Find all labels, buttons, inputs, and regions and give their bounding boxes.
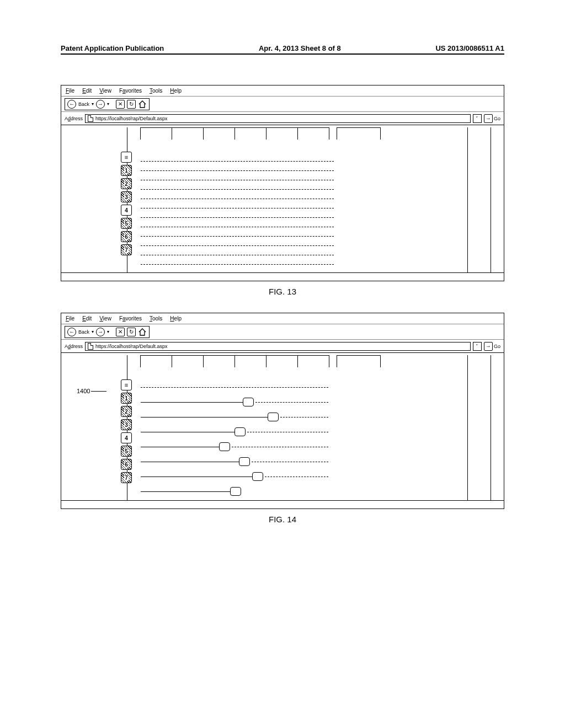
nav-tab-doc[interactable] — [121, 152, 132, 163]
go-label: Go — [494, 116, 500, 121]
address-field[interactable]: https://localhost/rap/Default.aspx — [85, 342, 471, 351]
content-line — [141, 175, 334, 180]
callout-leader — [91, 391, 106, 392]
top-tab[interactable] — [172, 127, 204, 140]
data-node — [234, 427, 246, 436]
scrollbar-panel[interactable] — [491, 127, 504, 272]
stop-icon[interactable]: ✕ — [116, 100, 125, 109]
chart-row — [141, 399, 463, 414]
nav-tab-1[interactable]: 1 — [121, 165, 132, 176]
address-field[interactable]: https://localhost/rap/Default.aspx — [85, 114, 471, 123]
menu-help[interactable]: Help — [170, 315, 182, 322]
menu-file[interactable]: File — [66, 315, 74, 322]
nav-tab-6[interactable]: 6 — [121, 459, 132, 470]
stop-icon[interactable]: ✕ — [116, 328, 125, 336]
back-dropdown-icon[interactable]: ▾ — [92, 329, 94, 334]
top-tab[interactable] — [203, 127, 235, 140]
left-panel — [61, 355, 127, 500]
nav-tab-3[interactable]: 3 — [121, 191, 132, 202]
content-line — [141, 491, 230, 492]
menu-tools[interactable]: Tools — [150, 88, 162, 94]
refresh-icon[interactable]: ↻ — [127, 328, 136, 336]
menu-view[interactable]: View — [99, 88, 111, 94]
top-tab[interactable] — [297, 127, 329, 140]
callout-label: 1400 — [77, 388, 90, 394]
content-line — [141, 387, 328, 388]
menu-edit[interactable]: Edit — [82, 315, 92, 322]
content-line — [265, 477, 328, 477]
data-node — [230, 487, 241, 496]
header-right: US 2013/0086511 A1 — [435, 44, 504, 52]
home-icon[interactable] — [138, 100, 147, 109]
nav-tab-2[interactable]: 2 — [121, 178, 132, 189]
browser-window: File Edit View Favorites Tools Help ← Ba… — [61, 85, 504, 281]
content-line — [141, 184, 334, 190]
forward-icon[interactable]: → — [96, 100, 105, 109]
address-label: Address — [65, 344, 83, 349]
refresh-icon[interactable]: ↻ — [127, 100, 136, 109]
top-tab[interactable] — [337, 355, 381, 367]
nav-tab-1[interactable]: 1 — [121, 393, 132, 404]
menu-favorites[interactable]: Favorites — [119, 315, 142, 322]
forward-dropdown-icon[interactable]: ▾ — [107, 101, 109, 106]
page-icon — [88, 115, 93, 122]
content-line — [247, 432, 328, 432]
content-line — [141, 203, 334, 208]
back-dropdown-icon[interactable]: ▾ — [92, 101, 94, 106]
nav-tab-3[interactable]: 3 — [121, 419, 132, 430]
callout-1400: 1400 — [77, 388, 106, 394]
top-tab[interactable] — [172, 355, 204, 367]
nav-tab-doc[interactable] — [121, 379, 132, 390]
data-node — [239, 457, 250, 466]
toolbar: ← Back ▾ → ▾ ✕ ↻ — [61, 97, 504, 112]
content-line — [141, 165, 334, 171]
top-tab[interactable] — [297, 355, 329, 367]
address-url: https://localhost/rap/Default.aspx — [95, 116, 168, 121]
nav-tab-6[interactable]: 6 — [121, 231, 132, 242]
nav-tab-4[interactable]: 4 — [121, 205, 132, 216]
content-line — [141, 222, 334, 227]
left-panel — [61, 127, 127, 272]
top-tab[interactable] — [337, 127, 381, 140]
menu-view[interactable]: View — [99, 315, 111, 322]
menu-edit[interactable]: Edit — [82, 88, 92, 94]
top-tab[interactable] — [234, 127, 266, 140]
toolbar: ← Back ▾ → ▾ ✕ ↻ — [61, 324, 504, 340]
content-line — [141, 417, 268, 417]
forward-dropdown-icon[interactable]: ▾ — [107, 329, 109, 334]
menu-tools[interactable]: Tools — [150, 315, 162, 322]
back-label: Back — [78, 329, 89, 335]
forward-icon[interactable]: → — [96, 328, 105, 336]
back-icon[interactable]: ← — [67, 100, 76, 109]
top-tab[interactable] — [234, 355, 266, 367]
nav-tab-4[interactable]: 4 — [121, 432, 132, 443]
home-icon[interactable] — [138, 328, 147, 336]
nav-tab-2[interactable]: 2 — [121, 406, 132, 417]
menu-file[interactable]: File — [66, 88, 74, 94]
main-panel — [134, 127, 467, 272]
page-icon — [88, 343, 93, 350]
nav-tab-5[interactable]: 5 — [121, 218, 132, 229]
menu-help[interactable]: Help — [170, 88, 182, 94]
top-tab[interactable] — [203, 355, 235, 367]
nav-tab-7[interactable]: 7 — [121, 472, 132, 483]
content-line — [141, 447, 219, 447]
scrollbar-panel[interactable] — [491, 355, 504, 500]
top-tab[interactable] — [266, 127, 298, 140]
nav-tab-5[interactable]: 5 — [121, 446, 132, 457]
data-node — [243, 398, 254, 406]
menu-favorites[interactable]: Favorites — [119, 88, 142, 94]
address-dropdown-icon[interactable]: ˅ — [473, 342, 482, 351]
content-line — [255, 402, 328, 403]
top-tab[interactable] — [140, 355, 172, 367]
go-button[interactable]: → Go — [484, 114, 500, 123]
nav-button-group: ← Back ▾ → ▾ ✕ ↻ — [65, 326, 150, 338]
address-dropdown-icon[interactable]: ˅ — [473, 114, 482, 123]
back-icon[interactable]: ← — [67, 328, 76, 336]
address-bar: Address https://localhost/rap/Default.as… — [61, 112, 504, 125]
data-node — [219, 442, 230, 451]
top-tab[interactable] — [140, 127, 172, 140]
top-tab[interactable] — [266, 355, 298, 367]
nav-tab-7[interactable]: 7 — [121, 244, 132, 255]
go-button[interactable]: → Go — [484, 342, 500, 351]
